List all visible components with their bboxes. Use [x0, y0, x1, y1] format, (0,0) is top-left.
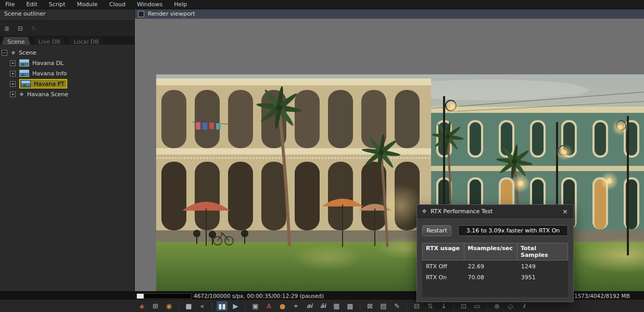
stop-render-icon[interactable]: ■	[183, 301, 194, 311]
render-viewport-checkbox[interactable]	[138, 11, 144, 17]
tree-label: Havana DL	[32, 60, 64, 67]
panel-title: Scene outliner	[0, 9, 134, 21]
zoom-actual-icon[interactable]: ⊕	[491, 301, 502, 311]
tree-label: Havana Info	[32, 70, 67, 77]
render-progress-bar	[136, 293, 192, 299]
dialog-titlebar[interactable]: ❖ RTX Performance Test ×	[417, 205, 573, 218]
white-balance-icon[interactable]: ●	[277, 301, 288, 311]
play-render-icon[interactable]: ▶	[230, 301, 241, 311]
outliner-toolbar: ≣ ⊟ ↻	[0, 21, 134, 36]
tree-row-havana-pt[interactable]: + Havana PT	[0, 79, 134, 89]
cell-usage: RTX Off	[422, 261, 464, 271]
cell-msamples: 22.69	[464, 261, 517, 271]
cell-total: 1249	[517, 261, 568, 271]
ai-upsampler-icon[interactable]: âi	[318, 301, 329, 311]
dialog-icon: ❖	[422, 208, 427, 215]
tree-row-havana-scene[interactable]: + ❖ Havana Scene	[0, 89, 134, 99]
tree-row-scene[interactable]: − ❖ Scene	[0, 47, 134, 58]
toolbar-separator	[245, 303, 246, 310]
col-header-msamples: Msamples/sec	[464, 243, 517, 261]
tree-list-icon[interactable]: ≣	[3, 25, 11, 32]
expand-toggle-icon[interactable]: +	[10, 92, 16, 97]
col-header-rtx-usage: RTX usage	[422, 243, 464, 261]
material-ball-icon[interactable]: ◉	[163, 301, 174, 311]
table-row-rtx-on: RTX On 70.08 3951	[422, 271, 568, 282]
node-editor-icon[interactable]: ◈	[136, 301, 147, 311]
cell-usage: RTX On	[422, 271, 464, 282]
restart-render-icon[interactable]: «	[197, 301, 208, 311]
save-image-icon[interactable]: ↓	[438, 301, 449, 311]
copy-image-icon[interactable]: ⊟	[411, 301, 422, 311]
memory-text: 1573/4042/8192 MB	[574, 293, 630, 299]
rtx-result-display: 3.16 to 3.09x faster with RTX On	[458, 225, 568, 236]
menu-file[interactable]: File	[1, 1, 22, 9]
table-row-rtx-off: RTX Off 22.69 1249	[422, 261, 568, 271]
dialog-title: RTX Performance Test	[431, 208, 493, 215]
selected-node-highlight: Havana PT	[19, 79, 67, 88]
menubar: File Edit Script Module Cloud Windows He…	[0, 0, 644, 9]
menu-script[interactable]: Script	[45, 1, 73, 9]
toolbar-separator	[453, 303, 454, 310]
ai-denoiser-icon[interactable]: ai	[304, 301, 315, 311]
film-region-icon[interactable]: ▭	[472, 301, 483, 311]
background-toggle-icon[interactable]: ▤	[378, 301, 389, 311]
col-header-total-samples: Total Samples	[517, 243, 568, 261]
render-progress-text: 4672/100000 s/px, 00:00:35/00:12:29 (pau…	[194, 293, 324, 299]
expand-toggle-icon[interactable]: +	[10, 81, 16, 87]
dialog-body: Restart 3.16 to 3.09x faster with RTX On…	[417, 218, 573, 297]
rtx-performance-dialog: ❖ RTX Performance Test × Restart 3.16 to…	[416, 204, 574, 302]
refresh-icon[interactable]: ↻	[30, 25, 38, 32]
tree-row-havana-info[interactable]: + Havana Info	[0, 68, 134, 79]
graph-node-icon: ❖	[19, 92, 24, 97]
scene-tree: − ❖ Scene + Havana DL + Havana Info + Ha…	[0, 45, 134, 291]
expand-toggle-icon[interactable]: +	[10, 60, 16, 66]
menu-cloud[interactable]: Cloud	[105, 1, 133, 9]
scene-outliner-panel: Scene outliner ≣ ⊟ ↻ Scene Live DB Local…	[0, 9, 135, 291]
image-node-icon	[21, 80, 31, 87]
table-header-row: RTX usage Msamples/sec Total Samples	[422, 243, 568, 261]
menu-windows[interactable]: Windows	[133, 1, 170, 9]
realtime-mode-icon[interactable]: ▣	[250, 301, 261, 311]
render-region-icon[interactable]: ⊡	[458, 301, 469, 311]
cell-msamples: 70.08	[464, 271, 517, 282]
compare-ab-icon[interactable]: ⇅	[425, 301, 436, 311]
tree-row-havana-dl[interactable]: + Havana DL	[0, 58, 134, 68]
annotate-icon[interactable]: ✎	[392, 301, 402, 311]
close-icon[interactable]: ×	[562, 208, 569, 215]
viewport-header-label: Render viewport	[148, 10, 195, 17]
cell-total: 3951	[517, 271, 568, 282]
dialog-controls-row: Restart 3.16 to 3.09x faster with RTX On	[422, 225, 568, 236]
tree-label: Havana PT	[34, 81, 65, 87]
collapse-toggle-icon[interactable]: −	[2, 50, 7, 56]
image-node-icon	[19, 59, 29, 67]
pause-render-icon[interactable]: ▮▮	[217, 301, 228, 311]
collapse-all-icon[interactable]: ⊟	[16, 25, 24, 32]
lock-resolution-icon[interactable]: ⊠	[364, 301, 375, 311]
scene-node-icon: ❖	[11, 50, 16, 56]
recenter-view-icon[interactable]: ⊞	[150, 301, 161, 311]
toolbar-separator	[212, 303, 212, 310]
toolbar-separator	[360, 303, 360, 310]
restart-button[interactable]: Restart	[422, 225, 451, 236]
rtx-results-table: RTX usage Msamples/sec Total Samples RTX…	[422, 243, 568, 297]
tree-label: Scene	[19, 49, 36, 56]
tree-label: Havana Scene	[27, 91, 68, 98]
toolbar-separator	[487, 303, 487, 310]
toolbar-separator	[407, 303, 407, 310]
text-overlay-icon[interactable]: A	[263, 301, 274, 311]
expand-toggle-icon[interactable]: +	[10, 71, 16, 76]
progress-fill	[137, 294, 144, 298]
alpha-mode-icon[interactable]: ▩	[345, 301, 356, 311]
menu-help[interactable]: Help	[170, 1, 194, 9]
viewport-header: Render viewport	[135, 9, 644, 19]
subsampling-icon[interactable]: ▦	[331, 301, 342, 311]
toolbar-separator	[179, 303, 179, 310]
menu-module[interactable]: Module	[73, 1, 105, 9]
color-picker-icon[interactable]: ⌖	[291, 301, 301, 311]
pan-view-icon[interactable]: ◇	[505, 301, 516, 311]
menu-edit[interactable]: Edit	[22, 1, 44, 9]
viewport-info-icon[interactable]: i	[519, 301, 529, 311]
image-node-icon	[19, 70, 29, 77]
